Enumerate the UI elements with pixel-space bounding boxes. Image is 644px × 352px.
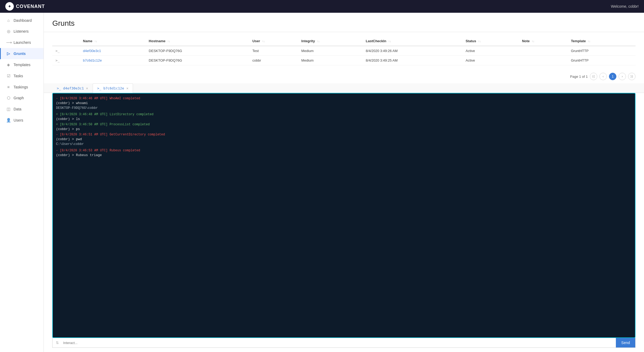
content-area: Grunts Name ↑↓ Hostname ↑↓ User ↑↓ Integ… [44, 13, 644, 352]
sidebar-item-data[interactable]: ◫ Data [0, 104, 44, 115]
terminal-block: + [8/4/2020 3:46:48 AM UTC] ListDirector… [56, 111, 632, 122]
sidebar-item-users[interactable]: 👤 Users [0, 115, 44, 126]
terminal-cmd: (cobbr) > whoami [56, 101, 632, 106]
sidebar-label-listeners: Listeners [14, 29, 29, 33]
sort-status-icon: ↑↓ [478, 40, 481, 43]
terminal-block: - [8/4/2020 3:46:53 AM UTC] Rubeus compl… [56, 148, 632, 158]
cell-template: GruntHTTP [568, 46, 636, 56]
pagination-prev-btn[interactable]: ‹ [599, 73, 607, 80]
col-user[interactable]: User ↑↓ [249, 36, 298, 46]
page-info: Page 1 of 1 [570, 75, 588, 79]
pagination-first-btn[interactable]: ⟨⟨ [590, 73, 597, 80]
terminal-cmd: (cobbr) > ls [56, 117, 632, 122]
terminal-block-header: + [8/4/2020 3:46:50 AM UTC] ProcessList … [56, 122, 632, 127]
tab1-label: >_ d4ef30e3c1 [57, 86, 84, 90]
tab-d4ef30e3c1[interactable]: >_ d4ef30e3c1 × [52, 83, 93, 93]
col-lastcheckin[interactable]: LastCheckIn ↑↓ [363, 36, 462, 46]
pagination-next-btn[interactable]: › [619, 73, 626, 80]
sidebar-item-taskings[interactable]: ≡ Taskings [0, 81, 44, 92]
sidebar-label-users: Users [14, 118, 23, 122]
launchers-icon: ⟶ [6, 40, 11, 45]
cell-integrity: Medium [298, 46, 363, 56]
col-name[interactable]: Name ↑↓ [80, 36, 146, 46]
sidebar-item-templates[interactable]: ◈ Templates [0, 59, 44, 70]
terminal-wrapper: - [8/4/2020 3:46:46 AM UTC] WhoAmI compl… [44, 93, 644, 352]
cell-hostname: DESKTOP-F9DQ76G [145, 46, 249, 56]
tasks-icon: ☑ [6, 74, 11, 78]
terminal-output[interactable]: - [8/4/2020 3:46:46 AM UTC] WhoAmI compl… [52, 93, 636, 338]
cell-lastcheckin: 8/4/2020 3:49:26 AM [363, 46, 462, 56]
graph-icon: ⬡ [6, 96, 11, 100]
sidebar-label-taskings: Taskings [14, 85, 28, 89]
page-title: Grunts [52, 19, 636, 28]
app-name: COVENANT [16, 4, 45, 9]
listeners-icon: ◎ [6, 29, 11, 34]
sort-template-icon: ↑↓ [588, 40, 590, 43]
terminal-block: - [8/4/2020 3:46:51 AM UTC] GetCurrentDi… [56, 132, 632, 148]
terminal-block: + [8/4/2020 3:46:50 AM UTC] ProcessList … [56, 122, 632, 132]
terminal-block-output: DESKTOP-F9DQ76G\cobbr [56, 106, 632, 111]
topbar: ✦ COVENANT Welcome, cobbr! [0, 0, 644, 13]
cell-name[interactable]: d4ef30e3c1 [80, 46, 146, 56]
col-integrity[interactable]: Integrity ↑↓ [298, 36, 363, 46]
col-note[interactable]: Note ↑↓ [519, 36, 568, 46]
pagination-page-1[interactable]: 1 [609, 73, 616, 80]
cell-name[interactable]: b7c6d1c12e [80, 56, 146, 65]
cell-user: Test [249, 46, 298, 56]
sidebar-item-dashboard[interactable]: ⌂ Dashboard [0, 15, 44, 26]
dashboard-icon: ⌂ [6, 18, 11, 23]
sidebar-item-listeners[interactable]: ◎ Listeners [0, 26, 44, 37]
sidebar-item-tasks[interactable]: ☑ Tasks [0, 70, 44, 81]
row-expander: >_ [52, 46, 80, 56]
terminal-block-output: C:\Users\cobbr [56, 142, 632, 148]
col-hostname[interactable]: Hostname ↑↓ [145, 36, 249, 46]
sidebar-label-templates: Templates [14, 63, 31, 67]
terminal-block: - [8/4/2020 3:46:46 AM UTC] WhoAmI compl… [56, 96, 632, 111]
interact-icon: ⇅ [53, 338, 59, 347]
main-layout: ⌂ Dashboard ◎ Listeners ⟶ Launchers ▷ Gr… [0, 13, 644, 352]
sidebar-label-launchers: Launchers [14, 40, 31, 45]
welcome-message: Welcome, cobbr! [611, 4, 639, 8]
interact-input[interactable] [59, 338, 616, 347]
tab-b7c6d1c12e[interactable]: >_ b7c6d1c12e × [93, 83, 133, 93]
sidebar-label-dashboard: Dashboard [14, 18, 32, 23]
tab1-close-btn[interactable]: × [86, 87, 88, 90]
logo-icon: ✦ [5, 2, 14, 11]
col-template[interactable]: Template ↑↓ [568, 36, 636, 46]
cell-template: GruntHTTP [568, 56, 636, 65]
cell-note [519, 46, 568, 56]
grunts-table: Name ↑↓ Hostname ↑↓ User ↑↓ Integrity ↑↓… [52, 36, 636, 65]
sort-note-icon: ↑↓ [532, 40, 534, 43]
tab2-label: >_ b7c6d1c12e [97, 86, 124, 90]
cell-lastcheckin: 8/4/2020 3:49:25 AM [363, 56, 462, 65]
table-row: >_ d4ef30e3c1 DESKTOP-F9DQ76G Test Mediu… [52, 46, 636, 56]
col-status[interactable]: Status ↑↓ [462, 36, 519, 46]
table-header-row: Name ↑↓ Hostname ↑↓ User ↑↓ Integrity ↑↓… [52, 36, 636, 46]
sort-integrity-icon: ↑↓ [317, 40, 320, 43]
terminal-tabs: >_ d4ef30e3c1 × >_ b7c6d1c12e × [44, 83, 644, 93]
tab2-close-btn[interactable]: × [126, 87, 128, 90]
users-icon: 👤 [6, 118, 11, 123]
terminal-block-header: - [8/4/2020 3:46:51 AM UTC] GetCurrentDi… [56, 132, 632, 137]
cell-integrity: Medium [298, 56, 363, 65]
sidebar-item-launchers[interactable]: ⟶ Launchers [0, 37, 44, 48]
sidebar-label-graph: Graph [14, 96, 24, 100]
grunts-icon: ▷ [6, 51, 11, 56]
page-header: Grunts [44, 13, 644, 32]
cell-status: Active [462, 56, 519, 65]
sort-hostname-icon: ↑↓ [168, 40, 170, 43]
send-button[interactable]: Send [616, 338, 635, 347]
interact-bar: ⇅ Send [52, 338, 636, 348]
sidebar-label-tasks: Tasks [14, 74, 23, 78]
terminal-cmd: (cobbr) > ps [56, 127, 632, 132]
cell-status: Active [462, 46, 519, 56]
sidebar-item-grunts[interactable]: ▷ Grunts [0, 48, 44, 59]
col-expander [52, 36, 80, 46]
grunts-table-container: Name ↑↓ Hostname ↑↓ User ↑↓ Integrity ↑↓… [44, 32, 644, 70]
sidebar-label-grunts: Grunts [14, 51, 26, 56]
table-row: >_ b7c6d1c12e DESKTOP-F9DQ76G cobbr Medi… [52, 56, 636, 65]
sidebar-item-graph[interactable]: ⬡ Graph [0, 92, 44, 104]
terminal-block-header: + [8/4/2020 3:46:48 AM UTC] ListDirector… [56, 111, 632, 117]
pagination-last-btn[interactable]: ⟩⟩ [628, 73, 636, 80]
sidebar-label-data: Data [14, 107, 22, 111]
